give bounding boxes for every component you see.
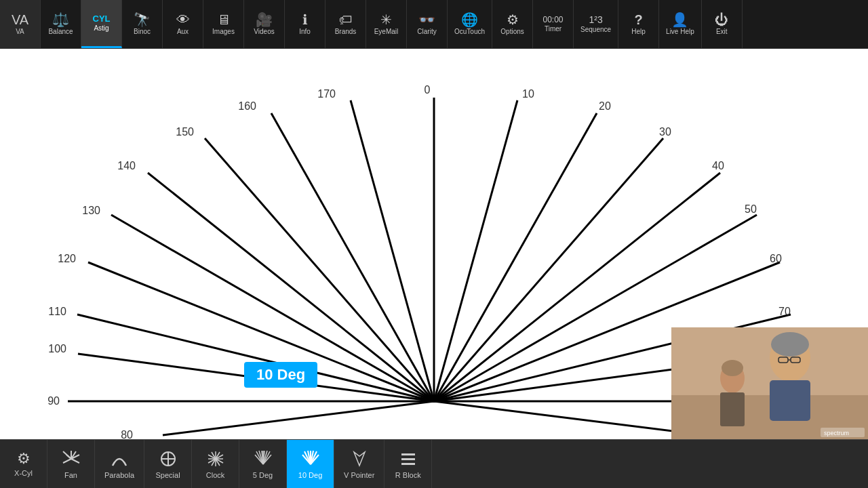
svg-line-1 [434, 100, 517, 401]
nav-info[interactable]: ℹ Info [285, 0, 326, 48]
timer-icon: 00:00 [543, 16, 564, 24]
v-pointer-icon [350, 449, 369, 468]
svg-text:30: 30 [659, 126, 671, 138]
nav-images-label: Images [212, 28, 235, 35]
svg-rect-44 [770, 380, 810, 421]
nav-brands-label: Brands [335, 28, 357, 35]
videos-icon: 🎥 [256, 13, 273, 26]
tool-r-block[interactable]: R Block [384, 440, 432, 488]
clock-icon [206, 449, 225, 468]
binoc-icon: 🔭 [134, 13, 151, 26]
nav-va-label: VA [16, 28, 24, 35]
svg-rect-93 [401, 458, 415, 460]
live-help-icon: 👤 [671, 13, 688, 26]
svg-text:140: 140 [117, 160, 136, 171]
svg-line-59 [71, 459, 79, 463]
brands-icon: 🏷 [339, 13, 353, 26]
aux-icon: 👁 [176, 13, 190, 26]
nav-videos-label: Videos [254, 28, 274, 35]
nav-exit-label: Exit [716, 28, 728, 35]
svg-line-11 [271, 113, 434, 401]
svg-rect-94 [401, 463, 415, 465]
nav-help[interactable]: ? Help [618, 0, 659, 48]
tool-fan[interactable]: Fan [47, 440, 95, 488]
eyemail-icon: ✳ [380, 13, 392, 26]
info-icon: ℹ [302, 13, 308, 26]
nav-sequence[interactable]: 1²3 Sequence [574, 0, 618, 48]
svg-text:50: 50 [745, 203, 757, 215]
nav-videos[interactable]: 🎥 Videos [244, 0, 285, 48]
tool-5deg[interactable]: 5 Deg [239, 440, 287, 488]
svg-text:10: 10 [522, 88, 534, 100]
exit-icon: ⏻ [715, 13, 728, 26]
sequence-icon: 1²3 [589, 15, 602, 24]
fan-icon [62, 449, 81, 468]
options-icon: ⚙ [507, 13, 519, 26]
nav-timer-label: Timer [545, 25, 561, 33]
svg-line-10 [351, 100, 434, 401]
svg-text:160: 160 [238, 100, 256, 112]
tool-x-cyl[interactable]: ⚙ X-Cyl [0, 440, 47, 488]
svg-text:110: 110 [48, 306, 66, 317]
nav-balance[interactable]: ⚖️ Balance [41, 0, 81, 48]
svg-line-60 [63, 459, 71, 463]
svg-text:130: 130 [82, 205, 100, 216]
nav-clarity-label: Clarity [417, 28, 436, 35]
nav-va[interactable]: VA VA [0, 0, 41, 48]
nav-brands[interactable]: 🏷 Brands [326, 0, 366, 48]
svg-line-19 [163, 401, 434, 435]
images-icon: 🖥 [217, 13, 231, 26]
svg-line-58 [66, 455, 71, 459]
nav-eyemail[interactable]: ✳ EyeMail [366, 0, 407, 48]
top-navigation: VA VA ⚖️ Balance CYL Astig 🔭 Binoc 👁 Aux… [0, 0, 868, 49]
balance-icon: ⚖️ [52, 13, 69, 26]
nav-binoc[interactable]: 🔭 Binoc [122, 0, 163, 48]
parabola-icon [110, 449, 129, 468]
r-block-icon [399, 449, 418, 468]
tool-v-pointer-label: V Pointer [344, 471, 374, 479]
x-cyl-icon: ⚙ [17, 451, 31, 466]
svg-text:100: 100 [48, 343, 66, 354]
svg-rect-92 [401, 453, 415, 455]
tool-clock[interactable]: Clock [192, 440, 239, 488]
nav-info-label: Info [299, 28, 311, 35]
nav-aux-label: Aux [177, 28, 189, 35]
nav-ocutouch-label: OcuTouch [454, 28, 485, 35]
ocutouch-icon: 🌐 [461, 13, 478, 26]
svg-text:120: 120 [58, 253, 76, 264]
tool-parabola-label: Parabola [104, 471, 134, 479]
nav-help-label: Help [631, 28, 646, 35]
nav-images[interactable]: 🖥 Images [203, 0, 244, 48]
nav-ocutouch[interactable]: 🌐 OcuTouch [448, 0, 492, 48]
tool-clock-label: Clock [206, 471, 225, 479]
svg-text:90: 90 [47, 395, 60, 407]
nav-sequence-label: Sequence [580, 26, 611, 33]
nav-aux[interactable]: 👁 Aux [163, 0, 203, 48]
svg-text:150: 150 [176, 126, 194, 138]
nav-live-help[interactable]: 👤 Live Help [659, 0, 702, 48]
nav-balance-label: Balance [48, 28, 73, 35]
va-icon: VA [12, 13, 28, 26]
svg-rect-52 [720, 392, 745, 426]
tool-special[interactable]: Special [144, 440, 192, 488]
svg-line-20 [434, 401, 705, 435]
clarity-icon: 👓 [418, 13, 435, 26]
tool-10deg[interactable]: 10 Deg [287, 440, 334, 488]
tool-fan-label: Fan [64, 471, 77, 479]
tool-parabola[interactable]: Parabola [95, 440, 144, 488]
svg-text:20: 20 [599, 100, 611, 112]
5deg-icon [254, 449, 273, 468]
nav-timer[interactable]: 00:00 Timer [533, 0, 574, 48]
svg-text:60: 60 [770, 253, 782, 264]
tool-v-pointer[interactable]: V Pointer [334, 440, 384, 488]
nav-cyl-label: Astig [94, 24, 108, 32]
bottom-toolbar: ⚙ X-Cyl Fan Parabola Special [0, 439, 868, 488]
nav-options[interactable]: ⚙ Options [492, 0, 533, 48]
nav-exit[interactable]: ⏻ Exit [702, 0, 743, 48]
tool-r-block-label: R Block [395, 471, 421, 479]
degree-badge: 10 Deg [244, 362, 317, 388]
svg-line-12 [205, 138, 434, 401]
nav-options-label: Options [500, 28, 524, 35]
nav-clarity[interactable]: 👓 Clarity [407, 0, 448, 48]
nav-cyl[interactable]: CYL Astig [81, 0, 122, 48]
